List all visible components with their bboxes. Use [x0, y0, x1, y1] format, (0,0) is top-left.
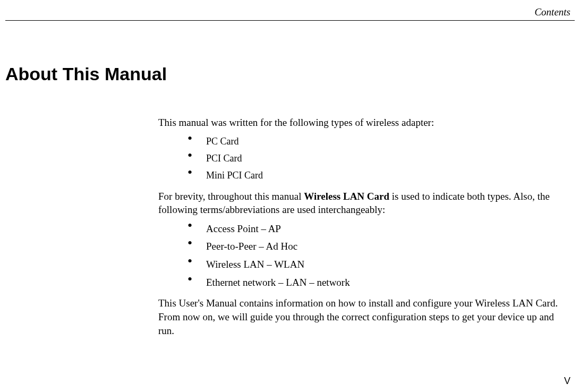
adapter-type-list: PC Card PCI Card Mini PCI Card: [158, 135, 570, 182]
header-divider: [5, 20, 575, 21]
page-title: About This Manual: [5, 64, 167, 84]
list-item: Ethernet network – LAN – network: [158, 276, 570, 289]
page-number: V: [564, 376, 570, 387]
intro-paragraph: This manual was written for the followin…: [158, 116, 570, 130]
brevity-prefix: For brevity, throughout this manual: [158, 191, 304, 202]
closing-paragraph: This User's Manual contains information …: [158, 296, 570, 337]
body-content: This manual was written for the followin…: [158, 116, 570, 343]
list-item: Wireless LAN – WLAN: [158, 258, 570, 271]
list-item: PCI Card: [158, 152, 570, 165]
header-section-label: Contents: [534, 6, 570, 18]
list-item: Access Point – AP: [158, 222, 570, 236]
brevity-paragraph: For brevity, throughout this manual Wire…: [158, 190, 570, 217]
brevity-bold-term: Wireless LAN Card: [304, 191, 389, 202]
list-item: Peer-to-Peer – Ad Hoc: [158, 240, 570, 253]
list-item: PC Card: [158, 135, 570, 148]
list-item: Mini PCI Card: [158, 169, 570, 182]
terms-list: Access Point – AP Peer-to-Peer – Ad Hoc …: [158, 222, 570, 289]
